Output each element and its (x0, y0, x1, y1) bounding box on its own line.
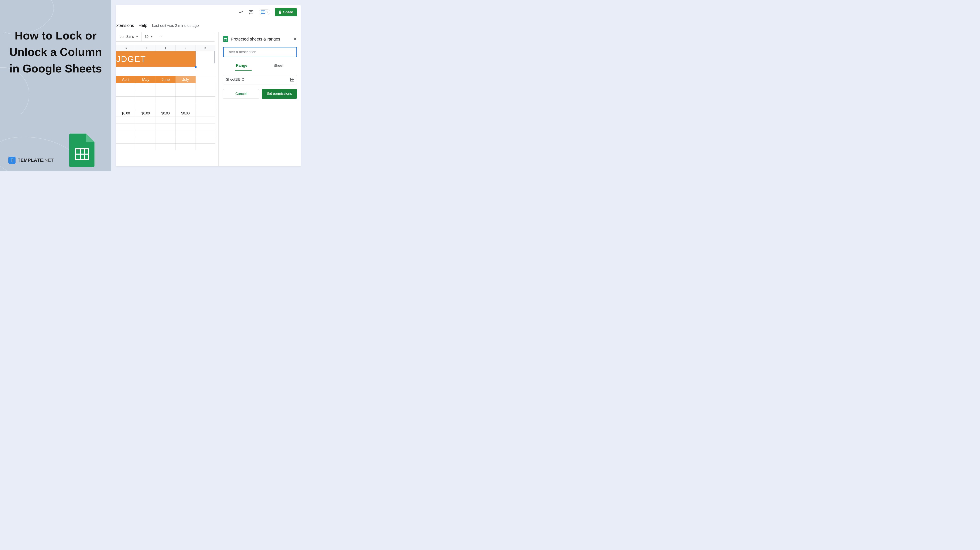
cell[interactable]: $0.00 (136, 110, 156, 116)
cell[interactable]: $0.00 (116, 110, 136, 116)
menu-extensions[interactable]: xtensions (116, 23, 134, 28)
share-button[interactable]: Share (275, 8, 297, 16)
more-label: ··· (159, 35, 162, 39)
table-row[interactable] (116, 117, 215, 123)
brand-name: TEMPLATE (18, 158, 43, 163)
table-row[interactable]: $0.00 $0.00 $0.00 $0.00 (116, 110, 215, 117)
panel-actions: Cancel Set permissions (223, 89, 297, 99)
table-row[interactable] (116, 83, 215, 90)
cell[interactable]: April (116, 76, 136, 83)
cell[interactable]: $0.00 (156, 110, 176, 116)
lock-icon (278, 11, 282, 14)
page-title: How to Lock or Unlock a Column in Google… (6, 27, 105, 77)
set-permissions-button[interactable]: Set permissions (262, 89, 297, 99)
brand-mark: T (8, 157, 16, 164)
more-tools[interactable]: ··· (156, 32, 165, 41)
present-button[interactable]: ▼ (259, 10, 270, 15)
cell[interactable]: July (176, 76, 196, 83)
font-size-selector[interactable]: 30 ▼ (142, 32, 156, 41)
close-icon[interactable]: ✕ (293, 36, 297, 42)
chevron-down-icon: ▼ (151, 35, 153, 38)
table-row[interactable] (116, 130, 215, 137)
scrollbar-thumb[interactable] (214, 51, 215, 64)
cell[interactable]: $0.00 (175, 110, 196, 116)
table-row[interactable] (116, 103, 215, 110)
table-row[interactable] (116, 67, 215, 76)
table-row[interactable] (116, 123, 215, 130)
svg-rect-2 (279, 12, 281, 14)
select-range-icon[interactable] (290, 78, 294, 81)
cell[interactable]: June (156, 76, 176, 83)
table-row[interactable] (116, 90, 215, 97)
table-row[interactable] (116, 137, 215, 143)
banner-text: JDGET (116, 54, 146, 64)
cancel-button[interactable]: Cancel (223, 89, 259, 99)
cell[interactable] (196, 110, 215, 116)
menubar: xtensions Help Last edit was 2 minutes a… (116, 23, 199, 28)
panel-title: Protected sheets & ranges (231, 37, 280, 41)
font-name: pen Sans (120, 35, 134, 39)
tab-range[interactable]: Range (223, 62, 260, 70)
comment-icon[interactable] (248, 9, 254, 15)
table-row[interactable] (116, 143, 215, 150)
table-row[interactable] (116, 97, 215, 103)
cell[interactable] (196, 76, 215, 83)
sheets-icon (223, 36, 228, 42)
font-selector[interactable]: pen Sans ▼ (117, 32, 142, 41)
selection-handle[interactable] (195, 66, 197, 68)
tab-sheet[interactable]: Sheet (260, 62, 297, 70)
merged-cell-banner[interactable]: JDGET (116, 51, 196, 67)
promo-panel: How to Lock or Unlock a Column in Google… (0, 0, 111, 171)
range-value: Sheet1!B:C (226, 78, 244, 82)
spreadsheet-grid[interactable]: G H I J K JDGET April May June July (116, 45, 215, 150)
panel-tabs: Range Sheet (223, 62, 297, 70)
column-headers[interactable]: G H I J K (116, 45, 215, 51)
app-screenshot: ▼ Share xtensions Help Last edit was 2 m… (116, 5, 301, 166)
top-actions: ▼ Share (238, 8, 297, 16)
share-label: Share (283, 10, 293, 14)
protected-ranges-panel: Protected sheets & ranges ✕ Enter a desc… (218, 32, 301, 166)
col-header[interactable]: I (156, 45, 176, 51)
chevron-down-icon: ▼ (266, 11, 268, 13)
brand-domain: .NET (43, 158, 54, 163)
last-edit-info[interactable]: Last edit was 2 minutes ago (152, 24, 199, 28)
col-header[interactable]: K (196, 45, 215, 51)
col-header[interactable]: H (136, 45, 156, 51)
font-size-value: 30 (145, 35, 149, 39)
col-header[interactable]: J (175, 45, 196, 51)
menu-help[interactable]: Help (139, 23, 147, 28)
description-input[interactable]: Enter a description (223, 47, 297, 57)
cell[interactable]: May (136, 76, 156, 83)
google-sheets-icon (69, 134, 94, 167)
chevron-down-icon: ▼ (136, 35, 138, 38)
brand-logo: T TEMPLATE.NET (8, 157, 54, 164)
brand-text: TEMPLATE.NET (18, 158, 54, 163)
panel-header: Protected sheets & ranges ✕ (223, 36, 297, 42)
range-input[interactable]: Sheet1!B:C (223, 75, 297, 84)
toolbar: pen Sans ▼ 30 ▼ ··· (116, 32, 215, 41)
activity-icon[interactable] (238, 9, 243, 15)
col-header[interactable]: G (116, 45, 136, 51)
table-row[interactable]: April May June July (116, 76, 215, 83)
svg-rect-0 (249, 11, 253, 13)
tab-indicator (235, 70, 252, 70)
